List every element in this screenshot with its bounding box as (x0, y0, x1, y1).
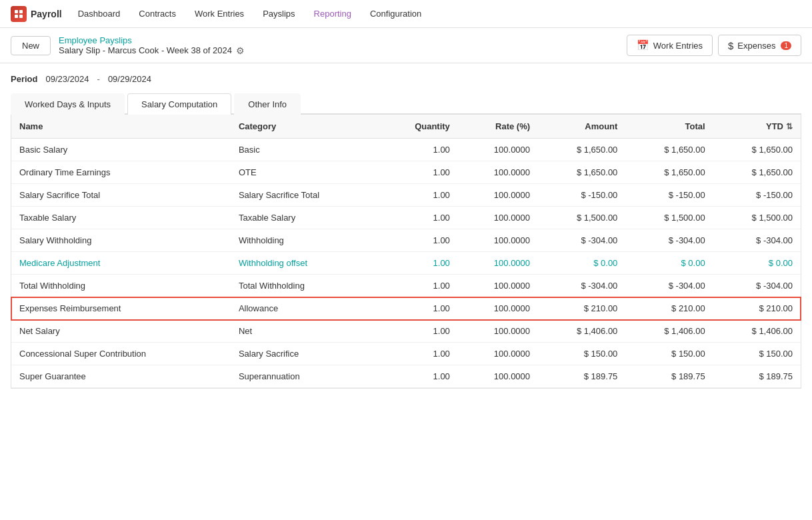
cell-name: Ordinary Time Earnings (11, 161, 231, 184)
period-label: Period (11, 74, 37, 84)
top-navigation: Payroll Dashboard Contracts Work Entries… (0, 0, 812, 28)
cell-category: Allowance (231, 297, 379, 320)
col-header-name: Name (11, 115, 231, 139)
cell-total: $ 1,406.00 (625, 320, 713, 343)
cell-quantity: 1.00 (379, 139, 458, 161)
cell-rate: 100.0000 (458, 343, 538, 365)
calendar-icon: 📅 (637, 39, 649, 51)
table-row: Super Guarantee Superannuation 1.00 100.… (11, 365, 801, 388)
cell-rate: 100.0000 (458, 320, 538, 343)
app-name[interactable]: Payroll (31, 9, 62, 19)
cell-category: Basic (231, 139, 379, 161)
col-header-quantity: Quantity (379, 115, 458, 139)
nav-work-entries[interactable]: Work Entries (187, 6, 252, 21)
cell-category[interactable]: Withholding offset (231, 252, 379, 275)
cell-rate: 100.0000 (458, 207, 538, 229)
cell-quantity: 1.00 (379, 275, 458, 297)
nav-contracts[interactable]: Contracts (131, 6, 184, 21)
nav-configuration[interactable]: Configuration (362, 6, 429, 21)
cell-rate: 100.0000 (458, 161, 538, 184)
cell-rate: 100.0000 (458, 229, 538, 252)
cell-amount: $ 189.75 (538, 365, 625, 388)
cell-quantity: 1.00 (379, 184, 458, 207)
cell-ytd: $ -150.00 (713, 184, 801, 207)
nav-payslips[interactable]: Payslips (255, 6, 303, 21)
tab-salary-computation[interactable]: Salary Computation (127, 93, 231, 115)
table-row: Salary Sacrifice Total Salary Sacrifice … (11, 184, 801, 207)
cell-total: $ 0.00 (625, 252, 713, 275)
cell-name: Expenses Reimbursement (11, 297, 231, 320)
cell-name: Salary Sacrifice Total (11, 184, 231, 207)
table-row: Expenses Reimbursement Allowance 1.00 10… (11, 297, 801, 320)
expenses-button[interactable]: $ Expenses 1 (718, 35, 801, 56)
cell-quantity: 1.00 (379, 320, 458, 343)
salary-table: Name Category Quantity Rate (%) Amount T… (11, 115, 801, 388)
cell-ytd: $ 1,500.00 (713, 207, 801, 229)
tab-bar: Worked Days & Inputs Salary Computation … (11, 93, 801, 115)
tab-worked-days[interactable]: Worked Days & Inputs (11, 93, 125, 115)
col-header-rate: Rate (%) (458, 115, 538, 139)
logo-icon (11, 6, 27, 22)
work-entries-button[interactable]: 📅 Work Entries (627, 35, 713, 56)
cell-rate: 100.0000 (458, 297, 538, 320)
app-logo: Payroll (11, 6, 62, 22)
cell-amount: $ 150.00 (538, 343, 625, 365)
cell-category: Superannuation (231, 365, 379, 388)
cell-category: Withholding (231, 229, 379, 252)
period-start: 09/23/2024 (45, 74, 89, 84)
cell-total: $ 210.00 (625, 297, 713, 320)
cell-quantity: 1.00 (379, 252, 458, 275)
svg-rect-0 (15, 10, 18, 13)
cell-amount: $ -304.00 (538, 275, 625, 297)
svg-rect-2 (15, 15, 18, 18)
cell-amount: $ 1,650.00 (538, 161, 625, 184)
svg-rect-1 (19, 10, 23, 13)
cell-ytd: $ 150.00 (713, 343, 801, 365)
cell-amount: $ 1,650.00 (538, 139, 625, 161)
cell-ytd: $ 189.75 (713, 365, 801, 388)
breadcrumb-parent[interactable]: Employee Payslips (59, 35, 132, 45)
work-entries-label: Work Entries (653, 41, 703, 51)
cell-name[interactable]: Medicare Adjustment (11, 252, 231, 275)
cell-category: Net (231, 320, 379, 343)
cell-name: Net Salary (11, 320, 231, 343)
cell-name: Super Guarantee (11, 365, 231, 388)
period-separator: - (97, 74, 100, 84)
new-button[interactable]: New (11, 36, 51, 55)
cell-category: Salary Sacrifice (231, 343, 379, 365)
cell-name: Total Withholding (11, 275, 231, 297)
cell-rate: 100.0000 (458, 184, 538, 207)
cell-category: OTE (231, 161, 379, 184)
cell-ytd: $ -304.00 (713, 275, 801, 297)
cell-name: Taxable Salary (11, 207, 231, 229)
cell-amount: $ -304.00 (538, 229, 625, 252)
cell-ytd: $ -304.00 (713, 229, 801, 252)
cell-category: Taxable Salary (231, 207, 379, 229)
cell-total: $ -304.00 (625, 229, 713, 252)
cell-ytd: $ 1,650.00 (713, 161, 801, 184)
nav-reporting[interactable]: Reporting (306, 6, 359, 21)
cell-quantity: 1.00 (379, 365, 458, 388)
table-row: Ordinary Time Earnings OTE 1.00 100.0000… (11, 161, 801, 184)
tab-other-info[interactable]: Other Info (234, 93, 301, 115)
table-row: Concessional Super Contribution Salary S… (11, 343, 801, 365)
table-row: Total Withholding Total Withholding 1.00… (11, 275, 801, 297)
col-header-ytd: YTD ⇅ (713, 115, 801, 139)
expenses-label: Expenses (737, 41, 775, 51)
cell-quantity: 1.00 (379, 161, 458, 184)
gear-icon[interactable]: ⚙ (236, 45, 245, 56)
header-actions: 📅 Work Entries $ Expenses 1 (627, 35, 801, 56)
ytd-filter-icon[interactable]: ⇅ (786, 122, 793, 131)
cell-amount: $ -150.00 (538, 184, 625, 207)
cell-amount: $ 1,406.00 (538, 320, 625, 343)
nav-dashboard[interactable]: Dashboard (70, 6, 129, 21)
period-end: 09/29/2024 (108, 74, 151, 84)
expenses-badge: 1 (781, 41, 791, 50)
table-row: Net Salary Net 1.00 100.0000 $ 1,406.00 … (11, 320, 801, 343)
table-row: Salary Withholding Withholding 1.00 100.… (11, 229, 801, 252)
cell-quantity: 1.00 (379, 297, 458, 320)
cell-rate: 100.0000 (458, 365, 538, 388)
cell-quantity: 1.00 (379, 229, 458, 252)
table-row: Taxable Salary Taxable Salary 1.00 100.0… (11, 207, 801, 229)
dollar-icon: $ (728, 40, 733, 51)
